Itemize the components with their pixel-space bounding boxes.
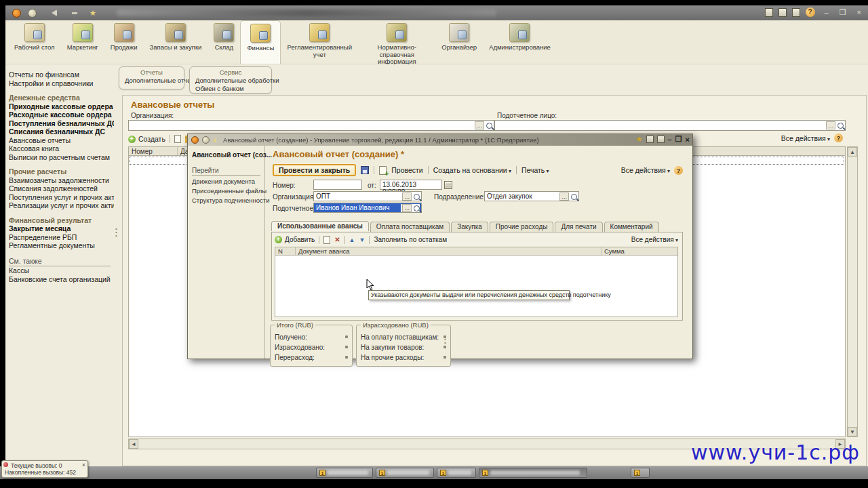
column-number[interactable]: Номер bbox=[129, 147, 178, 155]
magnifier-icon[interactable] bbox=[414, 205, 420, 211]
sidebar-item[interactable]: Кассовая книга bbox=[9, 145, 114, 153]
dialog-titlebar[interactable]: ★ Авансовый отчет (создание) - Управлени… bbox=[188, 134, 692, 146]
taskbar-button[interactable]: 1 bbox=[316, 468, 373, 478]
app-menu-icon[interactable] bbox=[28, 9, 37, 18]
sidebar-item[interactable]: Приходные кассовые ордера bbox=[9, 103, 114, 111]
sidebar-item[interactable]: Закрытие месяца bbox=[9, 225, 114, 233]
save-icon[interactable] bbox=[361, 166, 369, 174]
value-spin-icon[interactable] bbox=[345, 336, 348, 338]
sidebar-item[interactable]: Прочие расчеты bbox=[9, 168, 114, 176]
column-advance-document[interactable]: Документ аванса bbox=[296, 247, 601, 255]
sidebar-item[interactable]: Денежные средства bbox=[9, 94, 114, 102]
help-icon[interactable]: ? bbox=[834, 134, 843, 142]
post-document-icon[interactable] bbox=[379, 166, 387, 175]
dialog-splitter-handle[interactable]: ••• bbox=[444, 338, 446, 348]
submenu-item[interactable]: Дополнительные обработки bbox=[195, 77, 266, 84]
all-actions-button[interactable]: Все действия bbox=[621, 166, 670, 174]
minimize-button[interactable]: – bbox=[825, 8, 830, 16]
sidebar-splitter-handle[interactable]: ••• bbox=[115, 227, 117, 237]
calendar-picker-icon[interactable] bbox=[444, 181, 452, 189]
ribbon-tab[interactable]: Органайзер bbox=[435, 20, 483, 64]
department-input[interactable]: Отдел закупок ... bbox=[484, 191, 579, 201]
print-button[interactable]: Печать bbox=[521, 166, 549, 174]
maximize-button[interactable]: ❒ bbox=[840, 8, 848, 17]
dialog-tab[interactable]: Закупка bbox=[451, 222, 488, 232]
sidebar-item[interactable]: Поступления услуг и прочих активов bbox=[9, 194, 114, 202]
ellipsis-button[interactable]: ... bbox=[826, 121, 835, 129]
ribbon-tab[interactable]: Рабочий стол bbox=[8, 20, 61, 64]
dialog-tab[interactable]: Использованные авансы bbox=[271, 221, 369, 231]
post-and-close-button[interactable]: Провести и закрыть bbox=[273, 164, 356, 176]
magnifier-icon[interactable] bbox=[837, 123, 844, 129]
value-spin-icon[interactable] bbox=[345, 356, 348, 359]
move-down-icon[interactable]: ▼ bbox=[359, 237, 366, 243]
calculator-icon[interactable] bbox=[657, 136, 665, 143]
scroll-left-arrow[interactable]: ◄ bbox=[129, 439, 138, 449]
ribbon-tab[interactable]: Маркетинг bbox=[61, 20, 104, 64]
sidebar-item[interactable]: Авансовые отчеты bbox=[9, 137, 114, 145]
grid-body[interactable] bbox=[275, 256, 678, 317]
taskbar-button[interactable]: 1 bbox=[631, 468, 650, 478]
taskbar-button-active[interactable]: 1 bbox=[479, 468, 587, 478]
dialog-minimize-button[interactable]: – bbox=[668, 136, 672, 144]
taskbar-button[interactable]: 1 bbox=[437, 468, 476, 478]
sidebar-item[interactable]: Финансовый результат bbox=[9, 217, 114, 225]
post-button[interactable]: Провести bbox=[391, 166, 422, 174]
sidebar-item[interactable]: Кассы bbox=[9, 267, 114, 275]
ellipsis-button[interactable]: ... bbox=[559, 192, 569, 201]
ribbon-tab[interactable]: Нормативно-справочная информация bbox=[358, 20, 435, 64]
copy-icon[interactable] bbox=[323, 236, 330, 244]
column-n[interactable]: N bbox=[275, 247, 296, 255]
delete-x-icon[interactable]: ✕ bbox=[334, 236, 340, 243]
calendar-icon[interactable] bbox=[646, 136, 654, 143]
sidebar-item[interactable]: Настройки и справочники bbox=[9, 80, 114, 88]
value-spin-icon[interactable] bbox=[443, 356, 446, 359]
create-button[interactable]: + Создать bbox=[128, 135, 165, 143]
favorites-star-icon[interactable]: ★ bbox=[212, 137, 218, 144]
create-from-button[interactable]: Создать на основании bbox=[433, 166, 511, 174]
dialog-nav-item[interactable]: Присоединенные файлы bbox=[192, 187, 260, 195]
ribbon-tab[interactable]: Регламентированный учет bbox=[281, 20, 358, 64]
scroll-down-arrow[interactable]: ▼ bbox=[848, 427, 857, 436]
vertical-scrollbar[interactable]: ▲ ▼ bbox=[847, 146, 858, 437]
organization-input[interactable]: ОПТ ... bbox=[313, 191, 422, 201]
sidebar-item[interactable]: Регламентные документы bbox=[9, 242, 114, 250]
ellipsis-button[interactable]: ... bbox=[402, 204, 412, 212]
add-button[interactable]: + Добавить bbox=[275, 236, 315, 243]
ellipsis-button[interactable]: ... bbox=[475, 121, 484, 129]
taskbar-button[interactable]: 1 bbox=[376, 468, 434, 478]
ellipsis-button[interactable]: ... bbox=[402, 192, 412, 201]
sidebar-item[interactable]: Банковские счета организаций bbox=[9, 276, 114, 284]
submenu-item[interactable]: Дополнительные отчеты bbox=[125, 77, 178, 84]
dialog-nav-item[interactable]: Движения документа bbox=[192, 178, 260, 185]
person-input[interactable]: Иванов Иван Иванович ... bbox=[313, 203, 422, 213]
copy-icon[interactable] bbox=[174, 135, 181, 143]
move-up-icon[interactable]: ▲ bbox=[349, 237, 355, 243]
fill-by-balance-button[interactable]: Заполнить по остаткам bbox=[374, 236, 447, 243]
pin-star-icon[interactable]: ★ bbox=[636, 135, 643, 144]
close-button[interactable]: × bbox=[857, 8, 863, 16]
magnifier-icon[interactable] bbox=[414, 194, 420, 200]
dialog-nav-item[interactable]: Структура подчиненности bbox=[192, 197, 260, 204]
favorites-star-icon[interactable]: ★ bbox=[90, 9, 96, 18]
dialog-close-button[interactable]: × bbox=[686, 136, 690, 144]
ribbon-tab[interactable]: Запасы и закупки bbox=[144, 20, 208, 64]
sidebar-item[interactable]: Распределение РБП bbox=[9, 234, 114, 242]
dialog-maximize-button[interactable]: ❒ bbox=[675, 135, 682, 144]
sidebar-item[interactable]: Выписки по расчетным счетам bbox=[9, 154, 114, 162]
ribbon-tab[interactable]: Склад bbox=[208, 20, 240, 64]
notes-icon[interactable] bbox=[792, 8, 800, 17]
dialog-tab[interactable]: Для печати bbox=[555, 222, 602, 232]
help-icon[interactable]: ? bbox=[674, 166, 683, 175]
person-filter-input[interactable]: ... bbox=[494, 120, 846, 131]
sidebar-item[interactable]: Списания задолженностей bbox=[9, 185, 114, 193]
dialog-tab[interactable]: Оплата поставщикам bbox=[370, 222, 450, 232]
sidebar-item[interactable]: Отчеты по финансам bbox=[9, 71, 114, 79]
all-actions-button[interactable]: Все действия bbox=[781, 134, 830, 142]
sidebar-item[interactable]: См. также bbox=[9, 258, 111, 267]
sidebar-item[interactable]: Списания безналичных ДС bbox=[9, 128, 114, 136]
value-spin-icon[interactable] bbox=[345, 346, 348, 348]
window-menu-icon[interactable] bbox=[202, 136, 210, 144]
date-input[interactable]: 13.06.2013 0:00:00 bbox=[380, 180, 442, 190]
scroll-up-arrow[interactable]: ▲ bbox=[848, 147, 857, 157]
